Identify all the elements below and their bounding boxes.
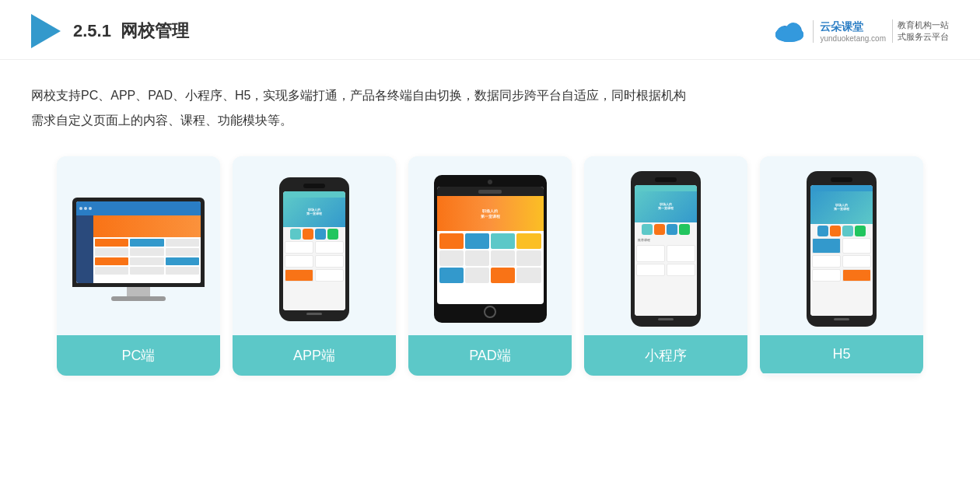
phone-home-btn xyxy=(306,313,322,315)
card-app: 职场人的第一堂课程 xyxy=(233,156,396,376)
phone-notch xyxy=(303,184,325,188)
header: 2.5.1 网校管理 云朵课堂 yunduoketang.com xyxy=(0,0,980,60)
card-h5-image: 职场人的第一堂课程 xyxy=(760,156,923,335)
brand-slogan2: 式服务云平台 xyxy=(898,31,949,43)
tablet-hero: 职场人的第一堂课程 xyxy=(437,196,544,231)
card-miniprogram-image: 职场人的第一堂课程 推荐课程 xyxy=(584,156,747,335)
card-miniprogram: 职场人的第一堂课程 推荐课程 xyxy=(584,156,747,376)
cloud-icon xyxy=(772,17,807,45)
brand-logo: 云朵课堂 yunduoketang.com 教育机构一站 式服务云平台 xyxy=(772,17,949,45)
phone-card-row3 xyxy=(285,269,344,282)
h5-phone-icon: 职场人的第一堂课程 xyxy=(807,171,877,327)
phone-card-row1 xyxy=(285,241,344,254)
card-h5: 职场人的第一堂课程 xyxy=(760,156,923,376)
miniprogram-phone-icon: 职场人的第一堂课程 推荐课程 xyxy=(631,171,701,327)
phone-icon3 xyxy=(315,229,326,240)
h5-home-btn xyxy=(834,318,849,320)
card-pad: 职场人的第一堂课程 xyxy=(408,156,572,376)
brand-slogan1: 教育机构一站 xyxy=(898,19,949,31)
title-text: 网校管理 xyxy=(121,21,189,40)
logo-triangle-icon xyxy=(31,14,61,48)
phone-icons-row xyxy=(285,229,344,240)
phone-icon2 xyxy=(303,229,313,240)
card-pad-image: 职场人的第一堂课程 xyxy=(408,156,572,335)
cards-container: PC端 职场人的第一堂课程 xyxy=(0,141,980,399)
phone-icon1 xyxy=(290,229,301,240)
desc-line2: 需求自定义页面上的内容、课程、功能模块等。 xyxy=(31,108,949,133)
tablet-icon: 职场人的第一堂课程 xyxy=(434,175,547,323)
tablet-top-bar xyxy=(437,187,544,196)
brand-name: 云朵课堂 xyxy=(820,20,886,34)
h5-notch xyxy=(831,177,852,182)
mp-home-btn xyxy=(658,318,674,320)
app-phone-icon: 职场人的第一堂课程 xyxy=(279,177,349,321)
h5-body xyxy=(810,224,873,316)
brand-text-group: 云朵课堂 yunduoketang.com xyxy=(813,20,886,43)
mp-phone-notch xyxy=(655,177,677,182)
card-app-image: 职场人的第一堂课程 xyxy=(233,156,396,335)
phone-hero: 职场人的第一堂课程 xyxy=(283,198,345,227)
brand-domain: yunduoketang.com xyxy=(820,34,886,43)
mp-body: 推荐课程 xyxy=(635,222,697,316)
tablet-camera xyxy=(488,180,492,184)
card-h5-label: H5 xyxy=(760,335,923,373)
card-pc-label: PC端 xyxy=(57,335,220,376)
h5-status xyxy=(810,185,873,191)
card-miniprogram-label: 小程序 xyxy=(584,335,747,376)
card-pc-image xyxy=(57,156,220,335)
brand-slogan-group: 教育机构一站 式服务云平台 xyxy=(892,19,949,43)
phone-screen: 职场人的第一堂课程 xyxy=(283,191,345,310)
phone-icon4 xyxy=(327,229,338,240)
description-block: 网校支持PC、APP、PAD、小程序、H5，实现多端打通，产品各终端自由切换，数… xyxy=(0,60,980,141)
header-right: 云朵课堂 yunduoketang.com 教育机构一站 式服务云平台 xyxy=(772,17,949,45)
tablet-home-btn xyxy=(484,306,496,318)
section-number: 2.5.1 xyxy=(73,21,111,40)
header-left: 2.5.1 网校管理 xyxy=(31,14,189,48)
card-pc: PC端 xyxy=(57,156,220,376)
mp-phone-screen: 职场人的第一堂课程 推荐课程 xyxy=(635,185,697,316)
card-app-label: APP端 xyxy=(233,335,396,376)
tablet-grid xyxy=(437,231,544,285)
page-title: 2.5.1 网校管理 xyxy=(73,19,189,43)
svg-point-6 xyxy=(775,30,803,42)
desc-line1: 网校支持PC、APP、PAD、小程序、H5，实现多端打通，产品各终端自由切换，数… xyxy=(31,83,949,108)
mp-hero: 职场人的第一堂课程 xyxy=(635,191,697,222)
h5-screen: 职场人的第一堂课程 xyxy=(810,185,873,316)
phone-body xyxy=(283,227,345,310)
h5-hero: 职场人的第一堂课程 xyxy=(810,191,873,224)
mp-status-bar xyxy=(635,185,697,191)
page-container: 2.5.1 网校管理 云朵课堂 yunduoketang.com xyxy=(0,0,980,490)
phone-status-bar xyxy=(283,191,345,198)
pc-monitor-icon xyxy=(72,198,205,301)
phone-card-row2 xyxy=(285,255,344,268)
tablet-screen: 职场人的第一堂课程 xyxy=(437,187,544,304)
card-pad-label: PAD端 xyxy=(408,335,572,376)
